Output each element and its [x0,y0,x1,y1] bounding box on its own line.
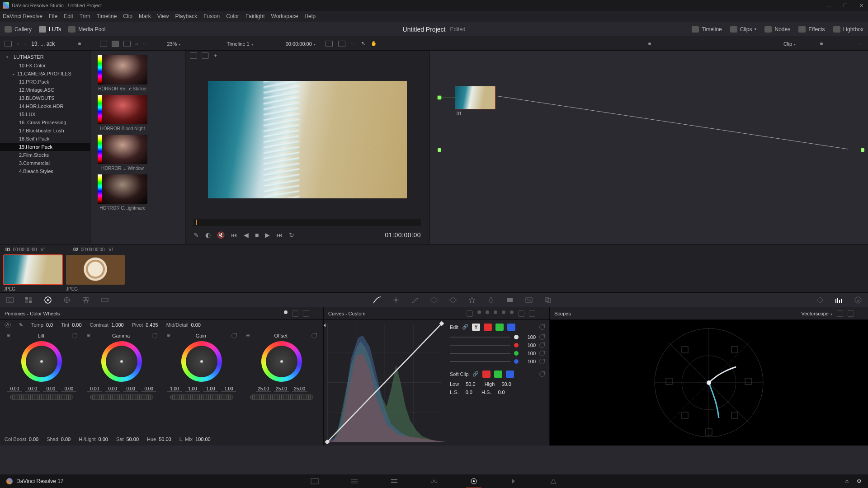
clips-toggle[interactable]: Clips▾ [730,26,757,33]
bypass-icon[interactable] [326,41,333,47]
lightbox-toggle[interactable]: Lightbox [833,26,863,33]
reset-icon[interactable] [72,333,77,338]
lut-folder[interactable]: 18.SciFi Pack [0,135,90,143]
motion-icon[interactable] [100,296,109,304]
intensity-slider[interactable]: 100 [450,359,545,364]
reset-icon[interactable] [152,333,157,338]
reset-icon[interactable] [539,359,545,364]
lut-folder[interactable]: 10.FX.Color [0,61,90,70]
edit-page-icon[interactable] [390,478,398,485]
lift-values[interactable]: 0.000.000.000.00 [7,386,76,392]
softclip-high[interactable]: High 50.0 [485,381,511,387]
lut-thumb[interactable]: HORROR Blood Night [98,95,147,131]
reset-icon[interactable] [311,333,317,338]
tracker-icon[interactable] [448,296,458,304]
qualifier-icon[interactable] [410,296,420,304]
menu-playback[interactable]: Playback [175,13,197,19]
window-close[interactable]: ✕ [858,3,865,9]
lut-folder[interactable]: 19.Horror Pack [0,143,90,151]
offset-values[interactable]: 25.0025.0025.00 [256,386,307,392]
source-timecode[interactable]: 00:00:00:00 [286,41,316,47]
more-icon[interactable]: ⋯ [540,310,545,317]
hue-field[interactable]: Hue50.00 [147,436,171,442]
lut-folder[interactable]: 14.HDR.Looks.HDR [0,102,90,110]
contrast-field[interactable]: Contrast1.000 [90,322,124,328]
red-chip[interactable] [484,324,492,331]
more-icon[interactable]: ⋯ [314,310,319,317]
link-icon[interactable]: 🔗 [462,324,468,330]
curves-mode-dot[interactable] [486,310,489,314]
gain-values[interactable]: 1.001.001.001.00 [167,386,236,392]
curves-mode-dot[interactable] [477,310,481,314]
shad-field[interactable]: Shad0.00 [47,436,71,442]
mediapool-toggle[interactable]: Media Pool [68,26,105,33]
blue-chip[interactable] [506,371,514,378]
bars-mode-icon[interactable] [292,310,298,317]
more-icon[interactable]: ⋯ [858,41,863,47]
temp-field[interactable]: Temp0.0 [31,322,53,328]
cut-page-icon[interactable] [350,478,359,485]
lut-folder[interactable]: 11.CAMERA.PROFILES [0,70,90,78]
lut-folder[interactable]: 13.BLOWOUTS [0,94,90,102]
sat-field[interactable]: Sat50.00 [116,436,139,442]
camera-raw-icon[interactable] [5,296,14,304]
curves-grid-icon[interactable] [529,310,535,317]
reset-icon[interactable] [539,343,545,348]
reset-icon[interactable] [539,324,545,330]
eye-icon[interactable]: ◐ [205,231,211,239]
viewer-image[interactable] [208,81,407,198]
key-icon[interactable] [505,296,514,304]
lut-folder[interactable]: 12.Vintage.ASC [0,86,90,94]
window-icon[interactable] [429,296,439,304]
menu-workspace[interactable]: Workspace [271,13,298,19]
middetail-field[interactable]: Mid/Detail0.00 [166,322,201,328]
lut-thumb[interactable]: HORROR C...ightmare [98,174,147,211]
info-icon[interactable] [854,296,863,304]
lum-chip[interactable]: Y [472,324,480,331]
lut-thumb[interactable]: HORROR ... Window [98,135,147,171]
softclip-low[interactable]: Low 50.0 [450,381,476,387]
blue-chip[interactable] [507,324,515,331]
gamma-wheel[interactable] [101,341,142,382]
link-icon[interactable]: 🔗 [472,371,479,377]
curves-mode-dot[interactable] [510,310,514,314]
intensity-slider[interactable]: 100 [450,351,545,356]
hilight-field[interactable]: Hi/Light0.00 [79,436,108,442]
scope-type-dropdown[interactable]: Vectorscope [801,311,832,316]
lift-jog[interactable] [10,394,73,400]
softclip-ls[interactable]: L.S. 0.0 [450,389,472,395]
nav-back-icon[interactable]: ‹ [17,41,19,47]
viewer-zoom[interactable]: 23% [167,41,180,47]
hand-icon[interactable]: ✋ [371,41,377,47]
softclip-hs[interactable]: H.S. 0.0 [481,389,505,395]
picker-icon[interactable]: ✎ [193,231,199,239]
next-clip-icon[interactable]: ⏭ [276,231,283,239]
warper-icon[interactable] [392,296,401,304]
lut-folder[interactable]: 3.Commercial [0,159,90,167]
lmix-field[interactable]: L. Mix100.00 [179,436,211,442]
list-view-icon[interactable] [123,41,131,47]
target-icon[interactable]: ⊕ [166,333,170,338]
pivot-field[interactable]: Pivot0.435 [132,322,158,328]
offset-wheel[interactable] [261,341,302,382]
tint-field[interactable]: Tint0.00 [61,322,81,328]
target-icon[interactable]: ⊕ [86,333,90,338]
breadcrumb[interactable]: 19. ... ack [31,41,55,47]
menu-file[interactable]: File [49,13,57,19]
lut-tree-root[interactable]: LUTMASTER [0,52,90,61]
gamma-jog[interactable] [90,394,153,400]
curve-editor[interactable] [327,324,442,442]
panel-icon[interactable] [5,41,12,47]
lift-wheel[interactable] [21,341,62,382]
curves-mode-dot[interactable] [502,310,505,314]
timeline-selector[interactable]: Timeline 1 [226,41,253,47]
node-input-rgb[interactable] [438,96,441,99]
more-icon[interactable]: ⋯ [143,41,148,47]
menu-timeline[interactable]: Timeline [96,13,117,19]
viewer-opt2-icon[interactable] [202,52,209,59]
target-icon[interactable]: ⊕ [246,333,250,338]
media-page-icon[interactable] [311,478,319,485]
effects-toggle[interactable]: Effects [798,26,825,33]
reset-icon[interactable] [539,371,545,377]
node-output[interactable] [861,148,864,152]
